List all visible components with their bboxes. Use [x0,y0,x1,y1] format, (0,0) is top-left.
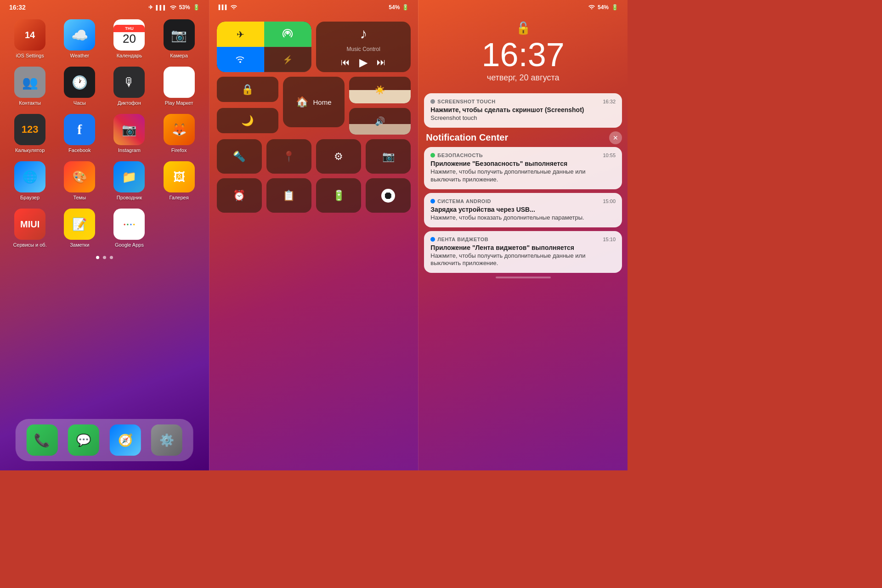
orientation-icon: 🔒 [241,84,254,96]
app-googleapps[interactable]: ●● ●● Google Apps [108,209,150,248]
settings-button[interactable]: ⚙ [316,139,361,174]
app-camera[interactable]: 📷 Камера [158,19,200,58]
volume-slider[interactable]: 🔊 [349,108,411,135]
battery-p2: 54% [389,4,400,11]
widgets-body: Нажмите, чтобы получить дополнительные д… [430,252,616,268]
bezop-time: 10:55 [603,153,616,158]
app-themes[interactable]: 🎨 Темы [59,161,100,200]
contacts-label: Контакты [19,100,41,106]
record-icon: ⏺ [381,189,395,203]
lock-date: четверг, 20 августа [428,73,618,83]
alarm-button[interactable]: ⏰ [217,178,262,213]
wifi-icon-p2 [231,4,237,11]
widgets-time: 15:10 [603,237,616,242]
airplane-button[interactable]: ✈ [217,22,264,47]
app-facebook[interactable]: f Facebook [59,114,100,153]
app-notes[interactable]: 📝 Заметки [59,209,100,248]
notes-label: Заметки [70,242,89,248]
calendar-day-name: THU [113,25,145,32]
playmarket-label: Play Маркет [165,100,193,106]
app-calendar[interactable]: THU 20 Календарь [108,19,150,58]
screenshot-title: Нажмите, чтобы сделать скриншот (Screens… [430,106,616,113]
dock-phone[interactable]: 📞 [26,424,57,456]
location-off-button[interactable]: 📍 [266,139,311,174]
dnd-button[interactable]: 🌙 [217,108,278,133]
screenshot-body: Screenshot touch [430,114,616,122]
hotspot-button[interactable] [264,22,311,47]
app-calculator[interactable]: 123 Калькулятор [9,114,51,153]
home-button[interactable]: 🏠 Home [283,77,345,127]
brightness-slider[interactable]: ☀️ [349,77,411,103]
gallery-label: Галерея [169,195,188,200]
notification-widgets[interactable]: ЛЕНТА ВИДЖЕТОВ 15:10 Приложение "Лента в… [424,231,622,273]
battery-icon-p1: 🔋 [193,4,200,11]
hotspot-icon [283,28,293,41]
home-indicator [496,277,551,278]
lock-screen-panel: 54% 🔋 🔓 16:37 четверг, 20 августа SCREEN… [418,0,628,470]
services-label: Сервисы и об. [13,242,46,248]
android-body: Нажмите, чтобы показать дополнительные п… [430,214,616,222]
screenshot-app-name: SCREENSHOT TOUCH [437,99,495,104]
control-center-panel: ▌▌▌ 54% 🔋 ✈ [209,0,419,470]
app-browser[interactable]: 🌐 Браузер [9,161,51,200]
settings-icon: ⚙ [334,151,343,163]
music-control-tile[interactable]: ♪ Music Control ⏮ ▶ ⏭ [316,22,411,72]
app-clock[interactable]: 🕐 Часы [59,67,100,106]
page-dots [0,256,209,259]
dock: 📞 💬 🧭 ⚙️ [16,419,193,461]
notification-bezopasnost[interactable]: БЕЗОПАСНОСТЬ 10:55 Приложение "Безопасно… [424,147,622,189]
bezop-title: Приложение "Безопасность" выполняется [430,160,616,167]
app-grid: 14 iOS Settings ☁️ Weather THU 20 Календ… [0,15,209,252]
android-dot [430,199,435,204]
dock-safari[interactable]: 🧭 [110,424,141,456]
signal-p2: ▌▌▌ [219,5,228,10]
app-dictaphone[interactable]: 🎙 Диктофон [108,67,150,106]
screenshot-notification[interactable]: SCREENSHOT TOUCH 16:32 Нажмите, чтобы сд… [424,93,622,128]
next-track-button[interactable]: ⏭ [377,57,386,68]
nc-title: Notification Center [426,132,508,143]
nc-close-button[interactable]: ✕ [609,131,622,144]
weather-label: Weather [70,53,89,58]
orientation-lock-button[interactable]: 🔒 [217,77,278,102]
dock-messages[interactable]: 💬 [68,424,99,456]
play-button[interactable]: ▶ [359,56,368,69]
app-firefox[interactable]: 🦊 Firefox [158,114,200,153]
app-explorer[interactable]: 📁 Проводник [108,161,150,200]
scan-icon: 📋 [283,190,295,202]
scan-button[interactable]: 📋 [266,178,311,213]
screenshot-time: 16:32 [603,99,616,104]
app-services[interactable]: MIUI Сервисы и об. [9,209,51,248]
themes-label: Темы [73,195,86,200]
app-gallery[interactable]: 🖼 Галерея [158,161,200,200]
notification-android[interactable]: СИСТЕМА ANDROID 15:00 Зарядка устройства… [424,193,622,227]
instagram-label: Instagram [118,147,141,153]
app-ios-settings[interactable]: 14 iOS Settings [9,19,51,58]
flashlight-button[interactable]: 🔦 [217,139,262,174]
status-bar-panel1: 16:32 ✈ ▌▌▌ 53% 🔋 [0,0,209,15]
svg-point-0 [286,32,289,34]
bluetooth-button[interactable]: ⚡ [264,47,311,72]
app-playmarket[interactable]: ▶ Play Маркет [158,67,200,106]
app-weather[interactable]: ☁️ Weather [59,19,100,58]
lock-time: 16:37 [428,38,618,71]
wifi-toggle-button[interactable] [217,47,264,72]
wifi-toggle-icon [235,54,245,66]
prev-track-button[interactable]: ⏮ [341,57,350,68]
camera-cc-button[interactable]: 📷 [366,139,411,174]
battery-cc-button[interactable]: 🔋 [316,178,361,213]
home-label: Home [313,98,331,106]
time-label: 16:32 [9,4,26,11]
record-button[interactable]: ⏺ [366,178,411,213]
app-instagram[interactable]: 📷 Instagram [108,114,150,153]
facebook-label: Facebook [68,147,90,153]
battery-cc-icon: 🔋 [333,190,345,202]
calculator-label: Калькулятор [15,147,45,153]
dock-settings[interactable]: ⚙️ [151,424,182,456]
screenshot-app-dot [430,99,435,104]
dictaphone-label: Диктофон [118,100,141,106]
android-time: 15:00 [603,198,616,204]
battery-label-p1: 53% [179,4,190,11]
app-contacts[interactable]: 👥 Контакты [9,67,51,106]
bluetooth-icon: ⚡ [283,55,293,65]
wifi-icon-p3 [588,4,595,11]
